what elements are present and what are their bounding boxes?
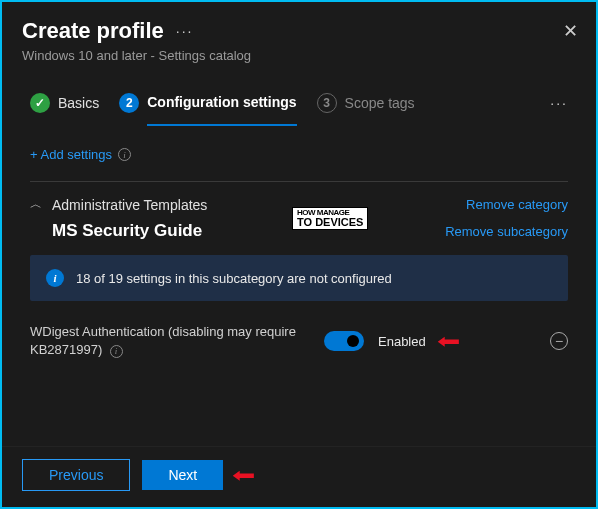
stepper-more-icon[interactable]: ··· xyxy=(550,95,568,111)
setting-toggle[interactable] xyxy=(324,331,364,351)
remove-subcategory-link[interactable]: Remove subcategory xyxy=(445,224,568,239)
info-icon: i xyxy=(46,269,64,287)
category-name: Administrative Templates xyxy=(52,197,207,213)
add-settings-link[interactable]: + Add settings i xyxy=(30,147,131,162)
info-icon[interactable]: i xyxy=(110,345,123,358)
remove-category-link[interactable]: Remove category xyxy=(466,197,568,212)
step-label: Scope tags xyxy=(345,95,415,111)
step-number-icon: 3 xyxy=(317,93,337,113)
header-more-icon[interactable]: ··· xyxy=(176,23,194,39)
close-icon[interactable]: ✕ xyxy=(563,20,578,42)
page-title: Create profile xyxy=(22,18,164,44)
step-number-icon: 2 xyxy=(119,93,139,113)
add-settings-label: + Add settings xyxy=(30,147,112,162)
check-icon: ✓ xyxy=(30,93,50,113)
previous-button[interactable]: Previous xyxy=(22,459,130,491)
annotation-arrow-icon: ⬅ xyxy=(436,329,460,353)
chevron-up-icon[interactable]: ︿ xyxy=(30,196,42,213)
watermark: HOW MANAGE TO DEVICES xyxy=(292,207,368,230)
status-text: 18 of 19 settings in this subcategory ar… xyxy=(76,271,392,286)
next-button[interactable]: Next xyxy=(142,460,223,490)
remove-setting-icon[interactable]: − xyxy=(550,332,568,350)
step-basics[interactable]: ✓ Basics xyxy=(30,93,99,113)
subcategory-name: MS Security Guide xyxy=(52,221,202,241)
step-label: Basics xyxy=(58,95,99,111)
step-scope-tags[interactable]: 3 Scope tags xyxy=(317,93,415,113)
annotation-arrow-icon: ⬅ xyxy=(232,463,256,487)
info-icon[interactable]: i xyxy=(118,148,131,161)
status-bar: i 18 of 19 settings in this subcategory … xyxy=(30,255,568,301)
divider xyxy=(30,181,568,182)
page-subtitle: Windows 10 and later - Settings catalog xyxy=(22,48,576,63)
toggle-state-label: Enabled xyxy=(378,334,426,349)
step-label: Configuration settings xyxy=(147,94,296,126)
step-configuration-settings[interactable]: 2 Configuration settings xyxy=(119,93,296,113)
setting-label: WDigest Authentication (disabling may re… xyxy=(30,323,310,359)
